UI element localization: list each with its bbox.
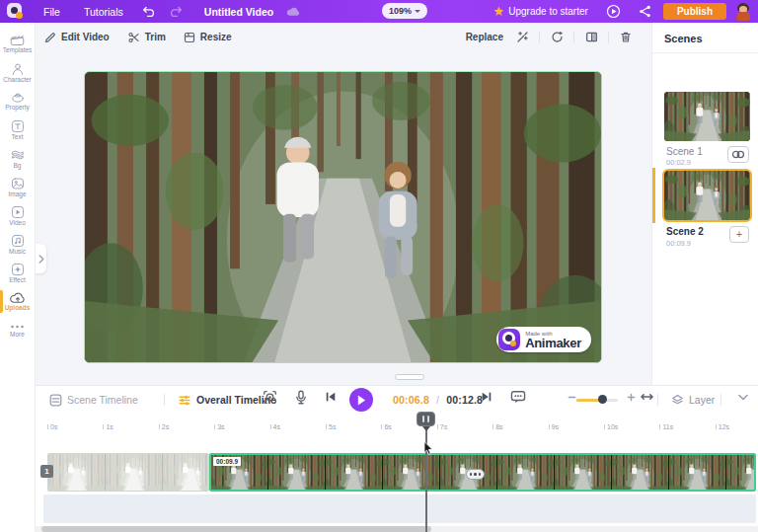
scene-transition-button[interactable]: [727, 146, 749, 163]
playhead[interactable]: [417, 412, 435, 532]
clip-thumbnail: [106, 454, 162, 492]
sidebar-item-property[interactable]: Property: [0, 87, 35, 115]
uploads-icon: [10, 291, 26, 304]
resize-button[interactable]: Resize: [175, 23, 241, 51]
avatar[interactable]: [734, 3, 752, 21]
sidebar-item-label: Bg: [14, 163, 22, 170]
scene-timeline-label: Scene Timeline: [67, 394, 138, 406]
clip-scene1[interactable]: [47, 453, 209, 492]
scene-1-thumbnail[interactable]: [664, 92, 750, 141]
skip-start-icon[interactable]: [320, 386, 341, 408]
scrollbar-thumb[interactable]: [41, 526, 431, 532]
sidebar-item-video[interactable]: Video: [0, 201, 35, 230]
upgrade-label: Upgrade to starter: [508, 6, 588, 17]
scene-1-name[interactable]: Scene 1: [666, 146, 703, 157]
empty-track[interactable]: [43, 494, 756, 523]
zoom-slider-knob[interactable]: [598, 395, 607, 404]
magic-adjust-icon[interactable]: [510, 28, 534, 47]
clip-duration-label: 00:09.9: [213, 457, 241, 466]
clip-thumbnail: [268, 455, 325, 492]
upgrade-button[interactable]: Upgrade to starter: [493, 6, 588, 17]
timeline-scrollbar: [36, 526, 758, 532]
canvas-area: Edit Video Trim Resize Replace: [36, 23, 651, 385]
text-icon: [11, 119, 25, 133]
zoom-level-control[interactable]: 109%: [382, 3, 427, 19]
scene-1-track-badge: 1: [40, 465, 53, 478]
add-scene-button[interactable]: +: [729, 226, 749, 243]
clip-options-badge[interactable]: [466, 469, 485, 480]
subtitles-icon[interactable]: [507, 386, 529, 408]
delete-icon[interactable]: [614, 28, 638, 47]
trim-button[interactable]: Trim: [118, 23, 175, 51]
rotate-icon[interactable]: [545, 28, 568, 47]
video-track: 1 00:09.9: [36, 453, 758, 492]
sidebar-item-label: Property: [5, 105, 30, 112]
video-icon: [11, 205, 25, 219]
timeline-panel: Scene Timeline Overall Timeline 00:06.8: [36, 385, 758, 532]
flip-layout-icon[interactable]: [579, 28, 603, 47]
scene-2-thumbnail[interactable]: [664, 171, 750, 220]
sidebar-item-bg[interactable]: Bg: [0, 144, 35, 173]
sidebar-expand-handle[interactable]: [36, 244, 46, 273]
microphone-icon[interactable]: [290, 386, 312, 408]
timeline-resize-handle[interactable]: [395, 374, 424, 380]
sidebar-item-label: Uploads: [5, 305, 31, 312]
preview-play-icon[interactable]: [603, 0, 625, 23]
resize-icon: [184, 32, 195, 43]
sidebar-item-label: Music: [9, 249, 26, 256]
sidebar-item-text[interactable]: Text: [0, 115, 35, 144]
sidebar-item-effect[interactable]: Effect: [0, 259, 35, 287]
scene-timeline-tab[interactable]: Scene Timeline: [49, 386, 138, 414]
scene-2-name[interactable]: Scene 2: [666, 226, 704, 237]
sidebar-item-label: Text: [12, 134, 24, 141]
fit-width-icon[interactable]: [636, 386, 657, 408]
sidebar-item-more[interactable]: More: [0, 316, 35, 344]
cloud-saved-icon: [282, 0, 304, 23]
background-icon: [11, 148, 25, 162]
clip-scene2[interactable]: 00:09.9: [209, 453, 756, 492]
file-menu[interactable]: File: [32, 0, 72, 23]
sidebar-item-label: More: [10, 332, 25, 339]
video-canvas[interactable]: Made with Animaker: [84, 71, 602, 363]
resize-label: Resize: [200, 32, 232, 42]
sidebar-item-uploads[interactable]: Uploads: [0, 287, 35, 316]
playhead-handle[interactable]: [417, 412, 435, 426]
collapse-timeline-icon[interactable]: [732, 386, 754, 408]
share-icon[interactable]: [635, 0, 656, 23]
play-button[interactable]: [349, 388, 373, 412]
layer-dropdown[interactable]: Layer: [671, 386, 715, 414]
scenes-panel-title: Scenes: [652, 23, 758, 53]
undo-icon[interactable]: [138, 0, 160, 23]
edit-video-button[interactable]: Edit Video: [36, 23, 118, 51]
sidebar-item-templates[interactable]: Templates: [0, 30, 35, 58]
camera-record-icon[interactable]: [259, 386, 280, 408]
project-title[interactable]: Untitled Video: [204, 6, 273, 18]
sidebar-item-label: Image: [8, 191, 26, 198]
current-time: 00:06.8: [393, 394, 429, 406]
watermark-badge: Made with Animaker: [496, 327, 591, 352]
time-separator: /: [436, 394, 439, 406]
time-display: 00:06.8 / 00:12.8: [393, 386, 483, 414]
timeline-ruler[interactable]: 0s1s2s3s4s5s6s7s8s9s10s11s12s: [36, 421, 758, 443]
tutorials-menu[interactable]: Tutorials: [72, 0, 135, 23]
clip-thumbnail: [555, 455, 611, 492]
sidebar-item-image[interactable]: Image: [0, 173, 35, 201]
scene-1-duration: 00:02.9: [666, 158, 691, 167]
animaker-logo-icon[interactable]: [4, 2, 26, 21]
replace-button[interactable]: Replace: [457, 23, 508, 51]
publish-button[interactable]: Publish: [663, 3, 726, 20]
sidebar-item-label: Character: [3, 77, 32, 84]
redo-icon[interactable]: [166, 0, 188, 23]
sidebar-item-label: Templates: [3, 47, 33, 54]
animaker-watermark-logo-icon: [498, 329, 520, 350]
sidebar-item-character[interactable]: Character: [0, 58, 35, 87]
timeline-zoom-slider[interactable]: [576, 399, 618, 402]
layers-icon: [671, 394, 684, 407]
edit-video-label: Edit Video: [61, 32, 110, 42]
skip-end-icon[interactable]: [476, 386, 497, 408]
watermark-brand-text: Animaker: [525, 337, 581, 349]
scene-timeline-icon: [49, 394, 62, 407]
scene-2-duration: 00:09.9: [666, 239, 691, 248]
sidebar-item-music[interactable]: Music: [0, 230, 35, 259]
chevron-down-icon: [415, 10, 420, 13]
